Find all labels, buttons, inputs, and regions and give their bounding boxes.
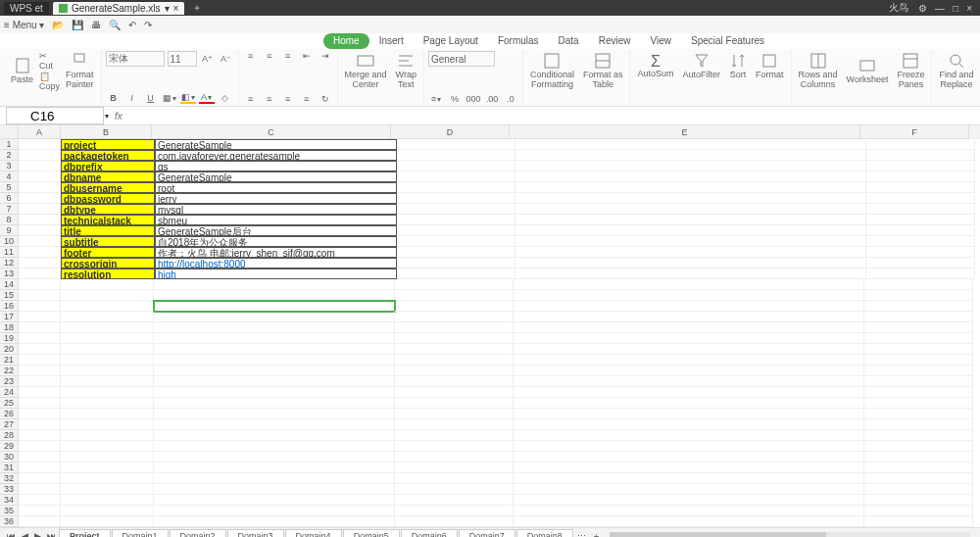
cell[interactable] [395,452,514,463]
qat-save-icon[interactable]: 💾 [72,20,83,30]
cell[interactable] [61,441,154,452]
cell[interactable] [864,506,973,516]
cell[interactable] [864,463,973,473]
cell[interactable]: jerry [155,193,397,204]
row-header[interactable]: 11 [0,247,19,258]
cell[interactable] [154,452,395,463]
cell[interactable] [154,344,395,355]
cell[interactable] [395,312,514,322]
cell[interactable] [515,204,866,215]
cell[interactable] [395,495,514,506]
row-header[interactable]: 24 [0,387,19,398]
paste-button[interactable]: Paste [8,56,36,86]
cell[interactable] [515,215,866,225]
qat-print-icon[interactable]: 🖶 [91,20,101,30]
cell[interactable] [154,279,395,290]
settings-icon[interactable]: ⚙ [918,3,927,14]
cell[interactable]: title [61,225,155,236]
cell[interactable] [395,398,514,409]
row-header[interactable]: 5 [0,182,19,193]
ribbon-tab-review[interactable]: Review [589,33,641,49]
cell[interactable] [61,430,154,441]
cell[interactable] [515,193,866,204]
cell[interactable]: crossorigin [61,258,155,268]
ribbon-tab-special[interactable]: Special Features [681,33,774,49]
sheet-nav-next-icon[interactable]: ▶ [34,531,41,537]
col-header[interactable]: C [152,125,391,139]
cell[interactable] [19,247,61,258]
font-size-select[interactable]: 11 [168,51,197,67]
row-header[interactable]: 33 [0,484,19,495]
sheet-tab[interactable]: Domain5 [343,529,400,537]
cell[interactable] [866,139,975,150]
cell[interactable] [395,463,514,473]
cell[interactable] [19,268,61,279]
cell[interactable] [397,161,515,171]
cell[interactable] [154,355,395,366]
cell[interactable] [515,139,866,150]
cell[interactable] [514,290,864,301]
align-right-icon[interactable]: ≡ [280,94,296,104]
cell[interactable] [395,419,514,430]
cell[interactable] [515,247,866,258]
cell[interactable] [397,247,515,258]
cell[interactable] [154,301,395,312]
cell[interactable] [19,279,61,290]
maximize-icon[interactable]: □ [953,3,958,14]
cell[interactable] [61,322,154,333]
cell[interactable] [154,376,395,387]
cell[interactable] [154,312,395,322]
cell[interactable] [514,484,864,495]
cell[interactable]: resolution [61,268,155,279]
autosum-button[interactable]: ΣAutoSum [634,52,676,80]
cell[interactable] [395,322,514,333]
row-header[interactable]: 34 [0,495,19,506]
cell[interactable] [19,139,61,150]
cell[interactable]: technicalstack [61,215,155,225]
qat-preview-icon[interactable]: 🔍 [109,20,121,30]
bold-icon[interactable]: B [106,93,122,103]
cell[interactable] [61,376,154,387]
cell[interactable] [19,290,61,301]
cell[interactable]: dbpassword [61,193,155,204]
cell[interactable] [515,258,866,268]
cell[interactable] [19,516,61,527]
cell[interactable] [19,193,61,204]
format-as-table-button[interactable]: Format as Table [580,51,626,91]
cell[interactable] [61,279,154,290]
row-header[interactable]: 28 [0,430,19,441]
sheet-tab[interactable]: Domain2 [170,529,226,537]
cell[interactable] [866,171,975,182]
cell[interactable] [515,225,866,236]
currency-icon[interactable]: ¤▾ [428,94,444,104]
autofilter-button[interactable]: AutoFilter [680,51,724,81]
cell[interactable] [514,506,864,516]
freeze-panes-button[interactable]: Freeze Panes [894,51,927,91]
format-button[interactable]: Format [753,51,787,81]
row-header[interactable]: 10 [0,236,19,247]
cell[interactable] [61,312,154,322]
cell[interactable] [61,344,154,355]
wrap-text-button[interactable]: Wrap Text [393,51,419,91]
cell[interactable] [864,333,973,344]
cell[interactable] [397,225,515,236]
cell[interactable] [514,398,864,409]
cell[interactable] [19,506,61,516]
minimize-icon[interactable]: — [935,3,945,14]
cell[interactable] [864,516,973,527]
formula-input[interactable] [128,108,980,123]
cell[interactable] [514,452,864,463]
italic-icon[interactable]: I [124,93,140,103]
cell[interactable] [19,322,61,333]
cell[interactable] [864,279,973,290]
worksheet-button[interactable]: Worksheet [844,56,892,86]
sheet-tab[interactable]: Domain4 [285,529,342,537]
row-header[interactable]: 21 [0,355,19,366]
cell[interactable]: dbtype [61,204,155,215]
cell[interactable] [864,484,973,495]
cell[interactable] [395,387,514,398]
cell[interactable] [61,366,154,376]
format-painter-button[interactable]: Format Painter [63,51,97,91]
cell[interactable] [395,430,514,441]
cell[interactable] [515,236,866,247]
